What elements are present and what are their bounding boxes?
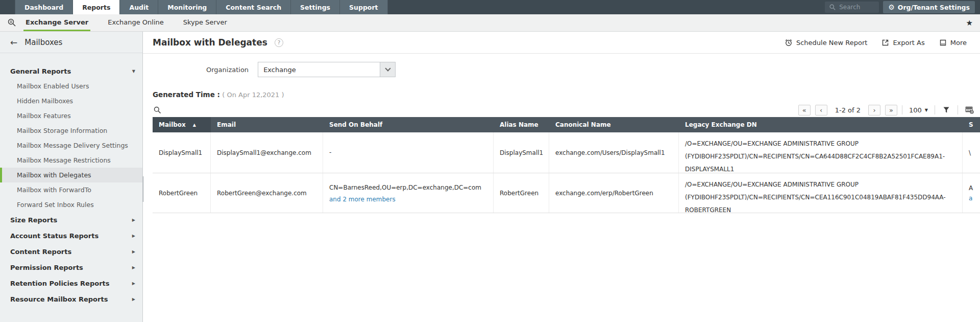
previous-page-button[interactable]: ‹ [815, 105, 827, 116]
more-button[interactable]: More [939, 39, 967, 47]
export-as-button[interactable]: Export As [881, 39, 924, 47]
top-navigation-bar: Dashboard Reports Audit Monitoring Conte… [0, 0, 980, 14]
tab-content-search[interactable]: Content Search [216, 0, 290, 14]
subnav-tabs: Exchange Server Exchange Online Skype Se… [23, 14, 229, 31]
sidebar-item-hidden-mailboxes[interactable]: Hidden Mailboxes [0, 94, 142, 108]
cell-legacy-exchange-dn: /O=EXCHANGE/OU=EXCHANGE ADMINISTRATIVE G… [679, 132, 963, 173]
organization-label: Organization [206, 66, 249, 74]
last-page-button[interactable]: » [885, 105, 897, 116]
chevron-right-icon: ▶ [132, 297, 135, 302]
export-as-label: Export As [893, 39, 924, 47]
divider [935, 105, 935, 114]
next-page-button[interactable]: › [868, 105, 880, 116]
sidebar-item-mailbox-storage-information[interactable]: Mailbox Storage Information [0, 123, 142, 138]
chevron-right-icon: ▶ [132, 234, 135, 238]
sidebar-item-mailbox-with-delegates[interactable]: Mailbox with Delegates [0, 168, 142, 182]
category-label: Size Reports [10, 216, 57, 224]
send-on-behalf-value: CN=BarnesReed,OU=erp,DC=exchange,DC=com [329, 183, 487, 193]
cell-alias-name: DisplaySmall1 [494, 132, 549, 173]
chevron-down-icon: ▼ [132, 69, 135, 74]
tab-skype-server[interactable]: Skype Server [181, 14, 229, 31]
category-label: General Reports [10, 67, 71, 75]
cell-cut-off: A a [963, 173, 980, 213]
filter-button[interactable] [940, 106, 953, 113]
table-row[interactable]: DisplaySmall1 DisplaySmall1@exchange.com… [153, 132, 980, 173]
first-page-button[interactable]: « [798, 105, 811, 116]
sidebar-category-size-reports[interactable]: Size Reports ▶ [0, 212, 142, 228]
sidebar-item-mailbox-enabled-users[interactable]: Mailbox Enabled Users [0, 79, 142, 94]
page-size-value: 100 [909, 106, 922, 114]
columns-icon [965, 106, 974, 114]
table-header-row: Mailbox ▲ Email Send On Behalf Alias Nam… [153, 117, 980, 132]
sidebar-item-forward-set-inbox-rules[interactable]: Forward Set Inbox Rules [0, 197, 142, 212]
category-label: Permission Reports [10, 264, 83, 271]
page-title: Mailbox with Delegates [153, 37, 267, 48]
tab-reports[interactable]: Reports [72, 0, 119, 14]
sidebar-category-retention-policies-reports[interactable]: Retention Policies Reports ▶ [0, 275, 142, 291]
filter-funnel-icon [943, 106, 950, 113]
divider [902, 105, 902, 114]
sidebar-collapse-handle[interactable] [143, 176, 143, 202]
topnav-right-group: Search ⚙ Org/Tenant Settings [825, 0, 980, 14]
column-header-email[interactable]: Email [211, 117, 323, 132]
tab-exchange-server[interactable]: Exchange Server [23, 14, 90, 31]
sidebar-item-mailbox-features[interactable]: Mailbox Features [0, 108, 142, 123]
sidebar-category-account-status-reports[interactable]: Account Status Reports ▶ [0, 228, 142, 244]
cell-legacy-exchange-dn: /O=EXCHANGE/OU=EXCHANGE ADMINISTRATIVE G… [679, 173, 963, 213]
tab-monitoring[interactable]: Monitoring [158, 0, 216, 14]
cell-send-on-behalf: CN=BarnesReed,OU=erp,DC=exchange,DC=com … [323, 173, 494, 213]
category-label: Retention Policies Reports [10, 280, 110, 287]
column-header-mailbox[interactable]: Mailbox ▲ [153, 117, 211, 132]
sidebar-title: Mailboxes [24, 38, 62, 47]
table-search-icon[interactable] [154, 106, 161, 114]
add-remove-columns-button[interactable] [963, 106, 976, 114]
cell-mailbox: RobertGreen [153, 173, 211, 213]
favorite-star-icon[interactable]: ★ [966, 14, 973, 32]
sidebar-category-resource-mailbox-reports[interactable]: Resource Mailbox Reports ▶ [0, 291, 142, 307]
column-header-canonical-name[interactable]: Canonical Name [549, 117, 679, 132]
app-body: ← Mailboxes General Reports ▼ Mailbox En… [0, 32, 980, 322]
table-row[interactable]: RobertGreen RobertGreen@exchange.com CN=… [153, 173, 980, 213]
cell-canonical-name: exchange.com/Users/DisplaySmall1 [549, 132, 679, 173]
column-header-cut-off[interactable]: S [963, 117, 980, 132]
report-actions: Schedule New Report Export As [785, 38, 967, 47]
sidebar-category-content-reports[interactable]: Content Reports ▶ [0, 244, 142, 260]
cell-send-on-behalf: - [323, 132, 494, 173]
pagination-range-label: 1-2 of 2 [832, 106, 864, 114]
report-search-button[interactable] [0, 14, 23, 31]
org-tenant-settings-button[interactable]: ⚙ Org/Tenant Settings [883, 1, 975, 13]
report-header: Mailbox with Delegates ? Schedule New Re… [143, 32, 980, 54]
chevron-right-icon: ▶ [132, 265, 135, 270]
schedule-new-report-button[interactable]: Schedule New Report [785, 38, 867, 47]
tab-support[interactable]: Support [339, 0, 388, 14]
cell-mailbox: DisplaySmall1 [153, 132, 211, 173]
sidebar-item-mailbox-with-forwardto[interactable]: Mailbox with ForwardTo [0, 182, 142, 197]
sidebar-category-general-reports[interactable]: General Reports ▼ [0, 63, 142, 79]
tab-audit[interactable]: Audit [119, 0, 158, 14]
report-table: Mailbox ▲ Email Send On Behalf Alias Nam… [153, 117, 980, 213]
global-search-button[interactable]: Search [825, 2, 879, 13]
column-header-legacy-exchange-dn[interactable]: Legacy Exchange DN [679, 117, 963, 132]
tab-dashboard[interactable]: Dashboard [15, 0, 72, 14]
organization-select[interactable]: Exchange [258, 62, 396, 77]
sidebar-item-mailbox-message-restrictions[interactable]: Mailbox Message Restrictions [0, 153, 142, 168]
back-arrow-icon[interactable]: ← [10, 37, 17, 48]
page-size-dropdown[interactable]: 100 ▼ [907, 106, 930, 114]
column-header-alias-name[interactable]: Alias Name [494, 117, 549, 132]
cell-email: RobertGreen@exchange.com [211, 173, 323, 213]
column-header-send-on-behalf[interactable]: Send On Behalf [323, 117, 494, 132]
tab-exchange-online[interactable]: Exchange Online [106, 14, 166, 31]
more-members-link[interactable]: and 2 more members [329, 196, 487, 203]
search-icon [829, 4, 836, 10]
sidebar-item-mailbox-message-delivery-settings[interactable]: Mailbox Message Delivery Settings [0, 138, 142, 153]
cut-link[interactable]: a [969, 195, 980, 202]
divider [958, 105, 958, 114]
help-icon[interactable]: ? [275, 38, 283, 47]
sidebar-category-permission-reports[interactable]: Permission Reports ▶ [0, 260, 142, 275]
pagination-controls: « ‹ 1-2 of 2 › » 100 ▼ [798, 105, 976, 116]
tab-settings[interactable]: Settings [290, 0, 339, 14]
cell-cut-off: \ [963, 132, 980, 173]
select-chevron-icon[interactable] [380, 62, 395, 77]
topnav-tabs: Dashboard Reports Audit Monitoring Conte… [15, 0, 388, 14]
cut-value: A [969, 185, 980, 192]
